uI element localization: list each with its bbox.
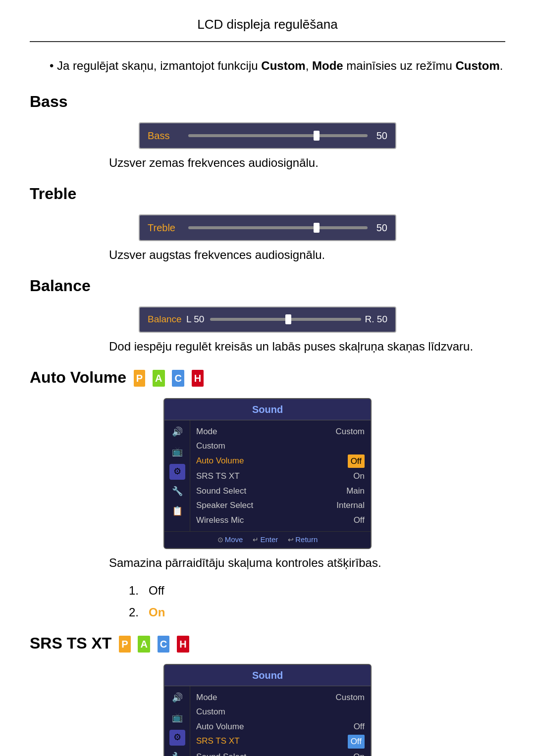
auto-volume-osd-icons: 🔊 📺 ⚙ 🔧 📋 <box>164 420 190 532</box>
treble-thumb[interactable] <box>314 223 320 233</box>
srs-badge-c: C <box>158 636 169 653</box>
balance-slider-widget: ▲ ▼ Balance L 50 R. 50 <box>30 306 505 333</box>
bass-arrows: ▲ ▼ <box>131 128 138 143</box>
treble-value: 50 <box>374 220 387 235</box>
auto-volume-osd-menu: Sound 🔊 📺 ⚙ 🔧 📋 Mode Custom <box>163 398 372 549</box>
auto-volume-osd-title: Sound <box>164 399 371 420</box>
treble-label: Treble <box>148 220 182 235</box>
srs-osd-icons: 🔊 📺 ⚙ 🔧 📋 <box>164 686 190 756</box>
balance-left-value: L 50 <box>186 312 206 327</box>
treble-track <box>188 226 368 229</box>
osd-row-mode: Mode Custom <box>196 424 365 439</box>
srs-osd-row-mode: Mode Custom <box>196 690 365 705</box>
page-title: LCD displeja regulēšana <box>30 15 505 42</box>
srs-osd-row-auto-volume: Auto Volume Off <box>196 719 365 734</box>
intro-text: Ja regulējat skaņu, izmantojot funkciju … <box>50 57 505 75</box>
srs-osd-title: Sound <box>164 665 371 686</box>
srs-badge-p: P <box>119 636 130 653</box>
bass-section: Bass ▲ ▼ Bass 50 Uzsver zemas frekvences… <box>30 90 505 172</box>
osd-icon-picture: 📺 <box>169 444 185 460</box>
auto-volume-bar: Off <box>348 454 365 468</box>
treble-arrow-up[interactable]: ▲ <box>131 220 138 227</box>
osd-move-icon: ⊙ <box>217 535 223 545</box>
srs-osd-row-srs: SRS TS XT Off <box>196 734 365 750</box>
srs-osd-body: 🔊 📺 ⚙ 🔧 📋 Mode Custom Custom <box>164 686 371 756</box>
balance-label: Balance <box>148 312 182 327</box>
treble-section: Treble ▲ ▼ Treble 50 Uzsver augstas frek… <box>30 182 505 264</box>
osd-enter-icon: ↵ <box>253 535 259 545</box>
srs-badge-h: H <box>177 636 189 653</box>
treble-arrows: ▲ ▼ <box>131 220 138 235</box>
bass-heading: Bass <box>30 90 505 113</box>
treble-arrow-down[interactable]: ▼ <box>131 228 138 235</box>
bass-thumb[interactable] <box>314 131 320 141</box>
balance-arrows: ▲ ▼ <box>131 312 138 327</box>
osd-row-custom: Custom <box>196 439 365 454</box>
balance-track <box>210 318 361 321</box>
auto-volume-osd-footer: ⊙ Move ↵ Enter ↩ Return <box>164 531 371 548</box>
treble-slider-box: ▲ ▼ Treble 50 <box>139 214 396 241</box>
treble-slider-widget: ▲ ▼ Treble 50 <box>30 214 505 241</box>
osd-footer-enter: ↵ Enter <box>253 534 278 546</box>
balance-section: Balance ▲ ▼ Balance L 50 R. 50 Dod iespē… <box>30 274 505 355</box>
srs-osd-row-sound-select: Sound Select On <box>196 750 365 756</box>
balance-description: Dod iespēju regulēt kreisās un labās pus… <box>109 338 505 355</box>
auto-volume-osd-content: Mode Custom Custom Auto Volume Off SR <box>190 420 371 532</box>
osd-return-icon: ↩ <box>288 535 294 545</box>
auto-volume-heading: Auto Volume P A C H <box>30 365 505 389</box>
osd-row-srs: SRS TS XT On <box>196 469 365 484</box>
bass-slider-box: ▲ ▼ Bass 50 <box>139 122 396 149</box>
srs-osd-icon-settings: 🔧 <box>169 750 185 756</box>
srs-osd-icon-active: ⚙ <box>169 730 185 746</box>
bass-label: Bass <box>148 128 182 143</box>
srs-badge-a: A <box>138 636 150 653</box>
srs-osd-menu: Sound 🔊 📺 ⚙ 🔧 📋 Mode Custom <box>163 664 372 756</box>
osd-row-sound-select: Sound Select Main <box>196 484 365 499</box>
auto-volume-section: Auto Volume P A C H Sound 🔊 📺 ⚙ 🔧 📋 <box>30 365 505 621</box>
osd-icon-settings: 🔧 <box>169 484 185 500</box>
auto-volume-item-2: 2. On <box>129 604 505 621</box>
bass-arrow-up[interactable]: ▲ <box>131 128 138 135</box>
treble-description: Uzsver augstas frekvences audiosignālu. <box>109 246 505 264</box>
balance-right-value: R. 50 <box>365 312 387 327</box>
srs-ts-xt-section: SRS TS XT P A C H Sound 🔊 📺 ⚙ 🔧 📋 <box>30 631 505 756</box>
osd-footer-move: ⊙ Move <box>217 534 243 546</box>
badge-a: A <box>153 370 164 387</box>
auto-volume-heading-text: Auto Volume <box>30 368 126 386</box>
srs-osd-content: Mode Custom Custom Auto Volume Off SR <box>190 686 371 756</box>
page-container: LCD displeja regulēšana Ja regulējat ska… <box>0 0 535 756</box>
auto-volume-description: Samazina pārraidītāju skaļuma kontroles … <box>109 554 505 572</box>
srs-osd-icon-picture: 📺 <box>169 710 185 726</box>
bass-track <box>188 134 368 137</box>
srs-heading: SRS TS XT P A C H <box>30 631 505 655</box>
badge-p: P <box>134 370 145 387</box>
osd-icon-sound: 🔊 <box>169 424 185 440</box>
osd-icon-active: ⚙ <box>169 464 185 480</box>
balance-thumb[interactable] <box>285 314 291 324</box>
osd-icon-info: 📋 <box>169 504 185 519</box>
intro-bullet: Ja regulējat skaņu, izmantojot funkciju … <box>50 57 505 75</box>
auto-volume-item-1: 1. Off <box>129 582 505 600</box>
srs-osd-row-custom: Custom <box>196 705 365 719</box>
balance-arrow-down[interactable]: ▼ <box>131 320 138 327</box>
auto-volume-osd-container: Sound 🔊 📺 ⚙ 🔧 📋 Mode Custom <box>30 398 505 549</box>
bass-description: Uzsver zemas frekvences audiosignālu. <box>109 154 505 172</box>
srs-osd-icon-sound: 🔊 <box>169 690 185 706</box>
bass-slider-widget: ▲ ▼ Bass 50 <box>30 122 505 149</box>
badge-h: H <box>192 370 204 387</box>
treble-heading: Treble <box>30 182 505 205</box>
balance-heading: Balance <box>30 274 505 298</box>
bass-arrow-down[interactable]: ▼ <box>131 136 138 143</box>
osd-row-speaker-select: Speaker Select Internal <box>196 498 365 513</box>
osd-footer-return: ↩ Return <box>288 534 318 546</box>
bass-value: 50 <box>374 128 387 143</box>
osd-row-auto-volume: Auto Volume Off <box>196 454 365 469</box>
srs-heading-text: SRS TS XT <box>30 634 111 652</box>
srs-osd-container: Sound 🔊 📺 ⚙ 🔧 📋 Mode Custom <box>30 664 505 756</box>
balance-arrow-up[interactable]: ▲ <box>131 312 138 319</box>
badge-c: C <box>172 370 184 387</box>
auto-volume-osd-body: 🔊 📺 ⚙ 🔧 📋 Mode Custom Custom <box>164 420 371 532</box>
balance-slider-box: ▲ ▼ Balance L 50 R. 50 <box>139 306 396 333</box>
osd-row-wireless-mic: Wireless Mic Off <box>196 513 365 528</box>
srs-bar: Off <box>348 735 365 749</box>
